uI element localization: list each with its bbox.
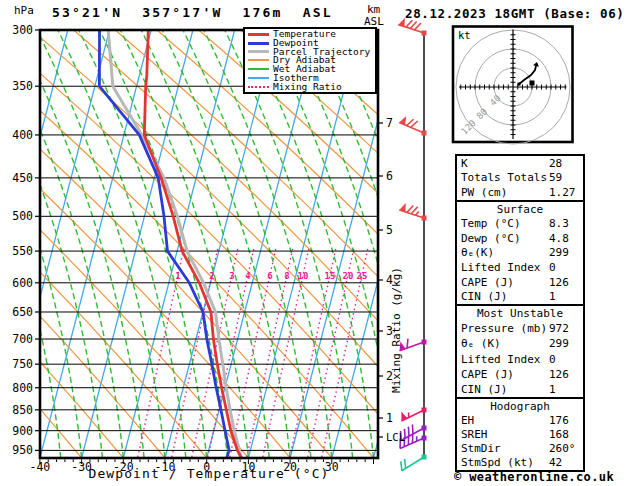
stat-value: 126 [549,368,569,381]
stat-label: CAPE (J) [461,276,514,289]
stats-tables: K28Totals Totals59PW (cm)1.27SurfaceTemp… [455,156,585,472]
stat-label: EH [461,414,474,427]
stat-box-hodograph: HodographEH176SREH168StmDir260°StmSpd (k… [455,397,585,472]
pressure-tick-label: 750 [12,357,33,371]
stat-label: Pressure (mb) [461,322,547,335]
stat-value: 28 [549,157,562,170]
stat-box-indices: K28Totals Totals59PW (cm)1.27 [455,154,585,202]
legend-line-sample [248,33,269,36]
legend-line-sample [248,86,269,88]
stat-box-header: Surface [457,203,583,216]
stat-label: Lifted Index [461,353,540,366]
stat-row: StmDir260° [457,442,583,455]
mixing-ratio-value: 6 [267,271,272,281]
stat-box-surface: SurfaceTemp (°C)8.3Dewp (°C)4.8θₑ(K)299L… [455,200,585,306]
stat-value: 8.3 [549,217,569,230]
stat-value: 42 [549,456,562,469]
mixing-ratio-value: 25 [357,271,368,281]
km-tick-label: 7 [386,116,393,130]
stat-box-header: Hodograph [457,400,583,413]
stat-row: CAPE (J)126 [457,276,583,289]
stat-row: Totals Totals59 [457,171,583,184]
stat-label: Dewp (°C) [461,232,521,245]
stat-value: 59 [549,171,562,184]
stat-row: CIN (J)1 [457,383,583,396]
mixing-ratio-value: 4 [245,271,251,281]
mixing-ratio-value: 20 [343,271,354,281]
mixing-ratio-value: 15 [325,271,336,281]
pressure-tick-label: 700 [12,332,33,346]
pressure-tick-label: 600 [12,276,33,290]
legend-line-sample [248,42,269,45]
stat-value: 1.27 [549,186,576,199]
stat-label: StmSpd (kt) [461,456,534,469]
x-axis-label: Dewpoint / Temperature (°C) [0,466,418,481]
pressure-tick-label: 300 [12,23,33,37]
stat-label: θₑ(K) [461,246,494,259]
legend-line-sample [248,59,269,61]
stat-box-header: Most Unstable [457,307,583,320]
stat-value: 972 [549,322,569,335]
stat-label: CIN (J) [461,290,507,303]
copyright: © weatheronline.co.uk [438,470,629,484]
stat-label: StmDir [461,442,501,455]
stat-label: CIN (J) [461,383,507,396]
stat-value: 260° [549,442,576,455]
stat-row: StmSpd (kt)42 [457,456,583,469]
stat-row: EH176 [457,414,583,427]
stat-row: θₑ (K)299 [457,337,583,350]
hodograph: 4080120 [453,27,573,145]
stat-row: Lifted Index0 [457,353,583,366]
pressure-tick-label: 450 [12,171,33,185]
stat-value: 126 [549,276,569,289]
pressure-tick-label: 350 [12,79,33,93]
pressure-tick-label: 500 [12,209,33,223]
legend-box: TemperatureDewpointParcel TrajectoryDry … [243,27,377,94]
stat-label: SREH [461,428,488,441]
stat-row: Dewp (°C)4.8 [457,232,583,245]
pressure-tick-label: 650 [12,305,33,319]
pressure-tick-label: 950 [12,443,33,457]
sounding-chart-page: 1234681015202530035040045050055060065070… [0,0,629,486]
stat-value: 299 [549,337,569,350]
legend-line-sample [248,50,269,53]
pressure-tick-label: 800 [12,381,33,395]
stat-value: 1 [549,383,556,396]
stat-row: Pressure (mb)972 [457,322,583,335]
stat-label: CAPE (J) [461,368,514,381]
mixing-ratio-value: 3 [229,271,234,281]
legend-line-sample [248,77,269,79]
stat-label: PW (cm) [461,186,507,199]
stat-row: SREH168 [457,428,583,441]
stat-value: 1 [549,290,556,303]
stat-value: 0 [549,261,556,274]
stat-label: Temp (°C) [461,217,521,230]
mixing-ratio-value: 8 [284,271,289,281]
page-title: 53°21'N 357°17'W 176m ASL [52,5,333,20]
pressure-tick-label: 900 [12,424,33,438]
stat-row: K28 [457,157,583,170]
stat-box-most-unstable: Most UnstablePressure (mb)972θₑ (K)299Li… [455,304,585,399]
pressure-tick-label: 550 [12,244,33,258]
stat-value: 168 [549,428,569,441]
hodograph-origin-dot [518,83,521,86]
legend-line-sample [248,68,269,70]
stat-value: 0 [549,353,556,366]
mixing-ratio-value: 1 [175,271,180,281]
datetime-label: 28.12.2023 18GMT (Base: 06) [405,6,624,21]
km-tick-label: 6 [386,169,393,183]
pressure-unit-label: hPa [14,4,34,17]
stat-row: θₑ(K)299 [457,246,583,259]
stat-label: Lifted Index [461,261,540,274]
hodograph-storm-marker [530,81,535,86]
hodograph-unit-label: kt [458,29,471,41]
stat-label: K [461,157,468,170]
legend-item-label: Mixing Ratio [273,83,342,91]
stat-value: 4.8 [549,232,569,245]
stat-value: 299 [549,246,569,259]
mixing-ratio-value: 10 [298,271,309,281]
pressure-tick-label: 400 [12,128,33,142]
stat-value: 176 [549,414,569,427]
stat-label: θₑ (K) [461,337,501,350]
mixing-ratio-value: 2 [209,271,214,281]
